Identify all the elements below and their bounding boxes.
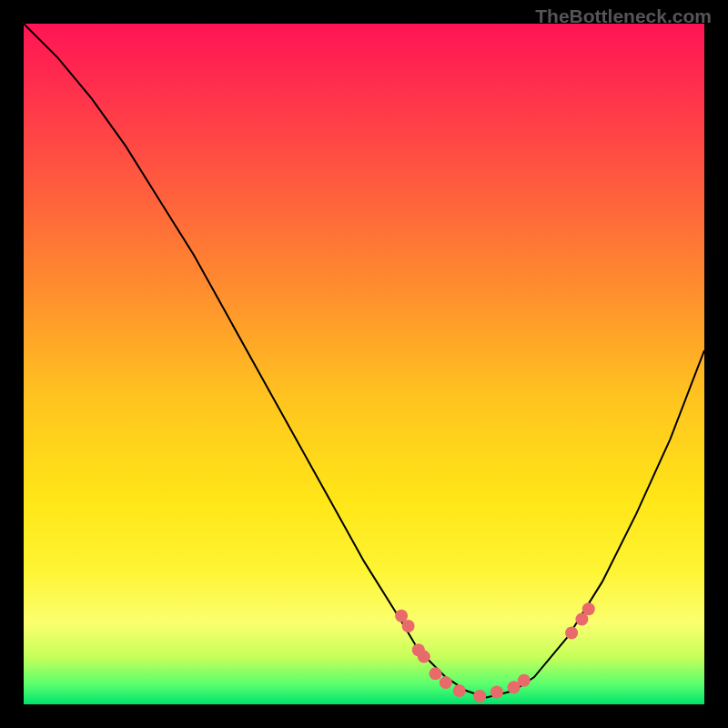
sample-dot	[440, 676, 452, 689]
watermark-text: TheBottleneck.com	[535, 5, 712, 27]
sample-dot	[518, 674, 531, 687]
sample-dot	[473, 690, 486, 703]
sample-dot	[453, 684, 466, 697]
sample-dot	[490, 686, 503, 699]
plot-area	[24, 24, 704, 704]
sample-dots-group	[395, 602, 595, 703]
sample-dot	[430, 667, 442, 680]
sample-dot	[418, 651, 430, 663]
bottleneck-curve	[24, 24, 704, 698]
sample-dot	[565, 627, 578, 640]
chart-overlay	[24, 24, 704, 704]
sample-dot	[582, 602, 595, 615]
sample-dot	[402, 620, 415, 632]
